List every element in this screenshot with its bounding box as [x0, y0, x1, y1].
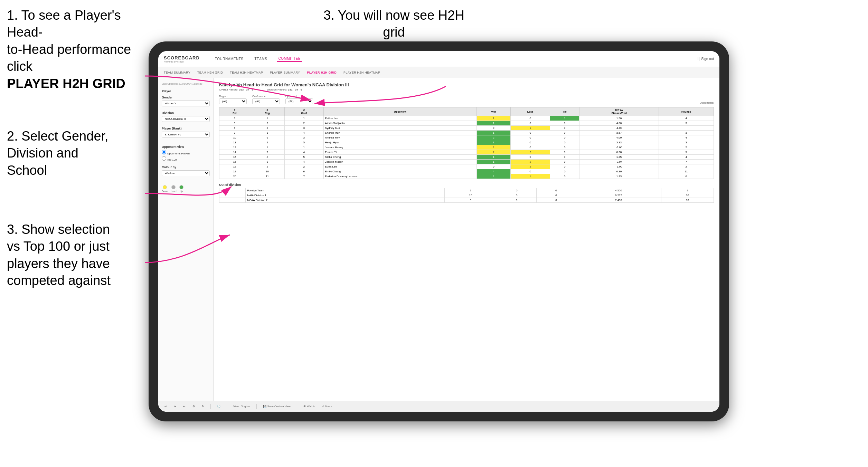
toolbar-divider2 — [227, 404, 227, 409]
instruction-bl1: 3. Show selection — [7, 222, 110, 237]
instruction-bl2: vs Top 100 or just — [7, 239, 110, 254]
instruction-ml1: 2. Select Gender, — [7, 129, 108, 143]
col-opponent: Opponent — [323, 107, 477, 116]
tablet-device: SCOREBOARD Powered by clippd TOURNAMENTS… — [149, 41, 729, 421]
col-conf: #Conf — [285, 107, 323, 116]
col-div: #Div — [219, 107, 250, 116]
table-row: 19106Emily Chang4000.3011 — [219, 169, 714, 174]
instruction-bl3: players they have — [7, 256, 110, 271]
toolbar-divider1 — [210, 404, 211, 409]
table-row: 1474Eunice Yi2200.389 — [219, 150, 714, 155]
sub-nav-team-summary[interactable]: TEAM SUMMARY — [164, 71, 190, 74]
share-btn[interactable]: ↗ Share — [320, 404, 334, 409]
sidebar-division-select[interactable]: NCAA Division III — [162, 116, 210, 122]
ood-table-row: NCAA Division 25007.40010 — [219, 198, 714, 203]
nav-tournaments[interactable]: TOURNAMENTS — [214, 56, 245, 61]
tablet-screen: SCOREBOARD Powered by clippd TOURNAMENTS… — [158, 51, 719, 412]
sub-nav: TEAM SUMMARY TEAM H2H GRID TEAM H2H HEAT… — [158, 67, 719, 78]
sub-nav-player-h2h[interactable]: PLAYER H2H GRID — [307, 71, 337, 74]
table-row: 522Alexis Sudjianto1004.003 — [219, 121, 714, 126]
toolbar: ↩ ↪ ↩ ⚙ ↻ 🕐 View: Original 💾 Save Custom… — [158, 401, 719, 412]
sidebar-player-rank-select[interactable]: 8. Katelyn Vo — [162, 132, 210, 137]
col-reg: #Reg — [250, 107, 285, 116]
grid-title: Katelyn Vo Head-to-Head Grid for Women's… — [219, 82, 714, 87]
sub-nav-player-heatmap[interactable]: PLAYER H2H HEATMAP — [343, 71, 380, 74]
watch-btn[interactable]: 👁 Watch — [301, 404, 317, 409]
table-row: 1585Stella Cheng1001.254 — [219, 155, 714, 160]
opponents-label: Opponents: — [700, 101, 714, 104]
out-of-division-header: Out of division — [219, 183, 714, 187]
h2h-table: #Div #Reg #Conf Opponent Win Loss Tie Di… — [219, 107, 714, 179]
filter-opponent-select[interactable]: (All) — [285, 98, 313, 104]
table-row: 1063Andrea York2004.004 — [219, 135, 714, 140]
filter-opponent: Opponent (All) — [285, 95, 313, 104]
sidebar-legend: Down Level Up — [162, 185, 210, 192]
app-logo-sub: Powered by clippd — [164, 60, 200, 63]
toolbar-divider4 — [297, 404, 297, 409]
grid-area: Katelyn Vo Head-to-Head Grid for Women's… — [214, 78, 719, 412]
redo-btn[interactable]: ↪ — [172, 404, 178, 409]
toolbar-divider3 — [256, 404, 257, 409]
nav-committee[interactable]: COMMITTEE — [277, 56, 302, 62]
sub-nav-team-h2h[interactable]: TEAM H2H GRID — [197, 71, 223, 74]
sub-nav-player-summary[interactable]: PLAYER SUMMARY — [270, 71, 300, 74]
col-win: Win — [477, 107, 511, 116]
radio-opponents-played[interactable]: Opponents Played — [162, 150, 210, 155]
refresh-btn[interactable]: ↻ — [200, 404, 206, 409]
app-logo: SCOREBOARD — [164, 55, 200, 60]
sidebar-player-label: Player — [162, 89, 210, 93]
sidebar-timestamp: Last Updated: 27/03/2024 16:55:38 — [162, 82, 210, 85]
filter-row: Region (All) Conference (All) Opponent — [219, 95, 714, 104]
sidebar-radio-group: Opponents Played Top 100 — [162, 150, 210, 161]
instruction-line1: 1. To see a Player's Head- — [7, 8, 121, 39]
table-row: 633Sydney Kuo010-1.00 — [219, 126, 714, 131]
table-row: 1634Jessica Mason120-0.947 — [219, 160, 714, 164]
instruction-bold: PLAYER H2H GRID — [7, 76, 125, 91]
filter-region: Region (All) — [219, 95, 247, 104]
sidebar-gender-select[interactable]: Women's — [162, 101, 210, 106]
filter-conference: Conference (All) — [252, 95, 280, 104]
grid-records: Overall Record: 353 - 34 - 6 Division Re… — [219, 88, 714, 91]
app-nav: SCOREBOARD Powered by clippd TOURNAMENTS… — [158, 51, 719, 67]
overall-record: Overall Record: 353 - 34 - 6 — [219, 88, 253, 91]
sidebar-colour-by-label: Colour by — [162, 165, 210, 169]
sidebar: Last Updated: 27/03/2024 16:55:38 Player… — [158, 78, 214, 412]
instruction-ml2: Division and — [7, 146, 78, 160]
save-custom-btn[interactable]: 💾 Save Custom View — [261, 404, 293, 409]
col-diff: Diff AvStrokes/Rnd — [579, 107, 659, 116]
col-loss: Loss — [510, 107, 550, 116]
view-original-btn[interactable]: View: Original — [231, 404, 252, 409]
main-content: Last Updated: 27/03/2024 16:55:38 Player… — [158, 78, 719, 412]
sidebar-opponent-view-label: Opponent view — [162, 145, 210, 149]
table-row: 1125Heejo Hyun1003.333 — [219, 140, 714, 145]
sidebar-gender-label: Gender — [162, 96, 210, 99]
out-of-division-table: Foreign Team1004.5002NAIA Division 11500… — [219, 188, 714, 203]
logo-area: SCOREBOARD Powered by clippd — [164, 55, 200, 63]
table-row: 20117Federica Domecq Lacroze2101.336 — [219, 174, 714, 179]
filter-conference-select[interactable]: (All) — [252, 98, 280, 104]
instruction-ml3: School — [7, 163, 47, 178]
settings-btn[interactable]: ⚙ — [190, 404, 197, 409]
undo-btn[interactable]: ↩ — [162, 404, 169, 409]
sub-nav-team-heatmap[interactable]: TEAM H2H HEATMAP — [230, 71, 263, 74]
instruction-mid-left: 2. Select Gender, Division and School — [7, 128, 108, 179]
sidebar-player-rank-label: Player (Rank) — [162, 127, 210, 130]
sidebar-colour-by-select[interactable]: Win/loss — [162, 170, 210, 176]
table-row: 1311Jessica Huang200-3.002 — [219, 145, 714, 150]
radio-top100[interactable]: Top 100 — [162, 156, 210, 161]
nav-teams[interactable]: TEAMS — [253, 56, 268, 61]
table-row: 914Sharon Mun1003.673 — [219, 131, 714, 135]
undo2-btn[interactable]: ↩ — [181, 404, 188, 409]
clock-btn[interactable]: 🕐 — [215, 404, 223, 409]
sign-out-link[interactable]: i | Sign out — [698, 57, 714, 61]
division-record: Division Record: 331 - 34 - 6 — [267, 88, 302, 91]
instruction-top-left: 1. To see a Player's Head- to-Head perfo… — [7, 7, 152, 92]
instruction-bottom-left: 3. Show selection vs Top 100 or just pla… — [7, 221, 111, 289]
ood-table-row: NAIA Division 115009.26730 — [219, 193, 714, 198]
col-rounds: Rounds — [659, 107, 714, 116]
sidebar-division-label: Division — [162, 111, 210, 115]
filter-region-select[interactable]: (All) — [219, 98, 247, 104]
col-tie: Tie — [550, 107, 579, 116]
instruction-line2: to-Head performance click — [7, 42, 131, 74]
table-row: 311Esther Lee1011.504 — [219, 116, 714, 121]
